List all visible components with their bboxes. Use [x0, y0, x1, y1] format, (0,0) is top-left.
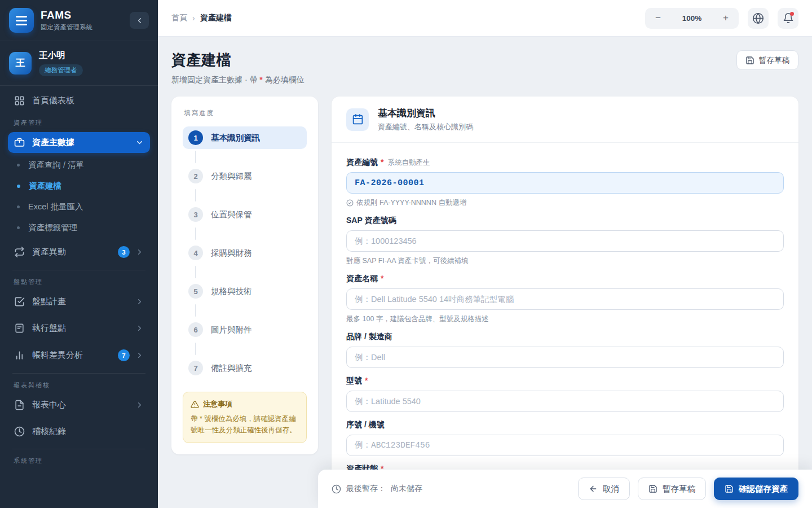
language-button[interactable]: [748, 8, 769, 29]
main-area: 首頁 › 資產建檔 − 100% +: [158, 0, 812, 508]
bullet-icon: [17, 164, 20, 167]
notifications-button[interactable]: [778, 8, 798, 29]
step-5-specs[interactable]: 5 規格與技術: [183, 280, 307, 303]
step-6-attachments[interactable]: 6 圖片與附件: [183, 318, 307, 341]
step-4-procurement[interactable]: 4 採購與財務: [183, 242, 307, 264]
divider: [12, 449, 145, 449]
chevron-right-icon: [135, 324, 144, 332]
form-section-header: 基本識別資訊 資產編號、名稱及核心識別碼: [332, 97, 798, 143]
step-connector: [195, 189, 196, 202]
serial-input[interactable]: [346, 435, 784, 456]
step-7-notes[interactable]: 7 備註與擴充: [183, 357, 307, 379]
breadcrumb: 首頁 › 資產建檔: [171, 13, 232, 23]
document-icon: [14, 323, 25, 334]
sidebar-item-audit-log[interactable]: 稽核紀錄: [8, 421, 150, 442]
sidebar-item-inventory-execute[interactable]: 執行盤點: [8, 318, 150, 339]
check-square-icon: [14, 296, 25, 307]
user-profile: 王 王小明 總務管理者: [0, 41, 158, 86]
warning-icon: [191, 400, 199, 409]
required-asterisk: *: [381, 157, 383, 167]
sidebar-item-inventory-plan[interactable]: 盤點計畫: [8, 291, 150, 312]
bullet-icon: [17, 226, 20, 229]
step-3-location[interactable]: 3 位置與保管: [183, 203, 307, 226]
sidebar-collapse-button[interactable]: [130, 12, 149, 29]
required-asterisk: *: [365, 376, 368, 385]
sidebar-item-asset-master[interactable]: 資產主數據: [8, 132, 150, 153]
sidebar-item-asset-movement[interactable]: 資產異動 3: [8, 241, 150, 263]
bar-chart-icon: [14, 350, 25, 361]
save-draft-button-top[interactable]: 暫存草稿: [736, 50, 798, 70]
zoom-control: − 100% +: [645, 8, 739, 29]
app-logo: [9, 8, 34, 33]
confirm-save-button[interactable]: 確認儲存資產: [714, 478, 798, 500]
field-brand: 品牌 / 製造商: [346, 332, 784, 368]
basic-info-form-card: 基本識別資訊 資產編號、名稱及核心識別碼 資產編號 * 系統自動產生: [332, 97, 798, 508]
sidebar: FAMS 固定資產管理系統 王 王小明 總務管理者 首頁儀表板 資產管理 資產主…: [0, 0, 158, 508]
field-sap-number: SAP 資產號碼 對應 SAP FI-AA 資產卡號，可後續補填: [346, 216, 784, 266]
breadcrumb-home[interactable]: 首頁: [171, 13, 187, 23]
file-icon: [14, 400, 25, 410]
save-icon: [745, 56, 754, 65]
label-note: 系統自動產生: [387, 158, 430, 168]
form-section-title: 基本識別資訊: [378, 107, 473, 120]
model-input[interactable]: [346, 391, 784, 412]
content-columns: 填寫進度 1 基本識別資訊 2 分類與歸屬 3 位置與保管: [171, 97, 798, 508]
app-subtitle: 固定資產管理系統: [41, 23, 92, 32]
required-asterisk: *: [381, 274, 383, 283]
chevron-right-icon: [135, 351, 144, 360]
page-title: 資產建檔: [171, 50, 304, 70]
notice-body: 帶 * 號欄位為必填，請確認資產編號唯一性及分類正確性後再儲存。: [191, 413, 299, 436]
page-content: 資產建檔 新增固定資產主數據 · 帶 * 為必填欄位 暫存草稿 填寫進度: [158, 37, 812, 508]
bullet-icon: [17, 185, 20, 188]
save-draft-button[interactable]: 暫存草稿: [638, 478, 706, 500]
chevron-right-icon: [135, 248, 144, 256]
form-body: 資產編號 * 系統自動產生 依規則 FA-YYYY-NNNNN 自動遞增: [332, 143, 798, 497]
brand-input[interactable]: [346, 347, 784, 368]
asset-number-input[interactable]: [346, 172, 784, 194]
sidebar-item-dashboard[interactable]: 首頁儀表板: [8, 90, 150, 111]
app-window: FAMS 固定資產管理系統 王 王小明 總務管理者 首頁儀表板 資產管理 資產主…: [0, 0, 812, 508]
asset-name-input[interactable]: [346, 288, 784, 310]
progress-title: 填寫進度: [184, 109, 306, 117]
section-label-assets: 資產管理: [14, 119, 144, 127]
bullet-icon: [17, 205, 20, 208]
required-asterisk: *: [259, 75, 262, 84]
helper-text: 最多 100 字，建議包含品牌、型號及規格描述: [346, 314, 489, 324]
step-connector: [195, 266, 196, 278]
topbar-controls: − 100% +: [645, 8, 798, 29]
notice-box: 注意事項 帶 * 號欄位為必填，請確認資產編號唯一性及分類正確性後再儲存。: [183, 392, 307, 443]
topbar: 首頁 › 資產建檔 − 100% +: [158, 0, 812, 37]
sidebar-subitem-asset-query[interactable]: 資產查詢 / 清單: [8, 155, 150, 175]
page-header: 資產建檔 新增固定資產主數據 · 帶 * 為必填欄位 暫存草稿: [171, 50, 798, 85]
step-connector: [195, 304, 196, 317]
step-connector: [195, 227, 196, 240]
step-2-classification[interactable]: 2 分類與歸屬: [183, 165, 307, 187]
cancel-button[interactable]: 取消: [578, 478, 630, 500]
zoom-out-button[interactable]: −: [648, 10, 668, 27]
app-title: FAMS: [41, 9, 92, 21]
sidebar-item-report-center[interactable]: 報表中心: [8, 395, 150, 415]
menu-icon: [16, 16, 27, 17]
chevron-left-icon: [135, 16, 144, 25]
sidebar-item-diff-analysis[interactable]: 帳料差異分析 7: [8, 344, 150, 366]
briefcase-icon: [14, 137, 25, 148]
sidebar-subitem-asset-create[interactable]: 資產建檔: [8, 176, 150, 196]
sap-number-input[interactable]: [346, 230, 784, 252]
save-icon: [648, 484, 657, 493]
field-model: 型號 *: [346, 376, 784, 412]
zoom-level: 100%: [670, 14, 714, 23]
progress-panel: 填寫進度 1 基本識別資訊 2 分類與歸屬 3 位置與保管: [171, 97, 318, 454]
chevron-down-icon: [135, 138, 144, 147]
last-saved-status: 最後暫存： 尚未儲存: [332, 484, 422, 494]
brand-header: FAMS 固定資產管理系統: [0, 0, 158, 41]
user-name: 王小明: [39, 50, 83, 62]
helper-text: 依規則 FA-YYYY-NNNNN 自動遞增: [356, 198, 466, 208]
repeat-icon: [14, 247, 25, 257]
sidebar-subitem-excel-import[interactable]: Excel 批量匯入: [8, 197, 150, 217]
chevron-right-icon: [135, 401, 144, 409]
section-label-reports: 報表與稽核: [14, 381, 144, 389]
notification-dot: [790, 12, 794, 16]
sidebar-subitem-asset-tags[interactable]: 資產標籤管理: [8, 218, 150, 238]
step-1-basic-info[interactable]: 1 基本識別資訊: [183, 126, 307, 149]
zoom-in-button[interactable]: +: [716, 10, 735, 27]
